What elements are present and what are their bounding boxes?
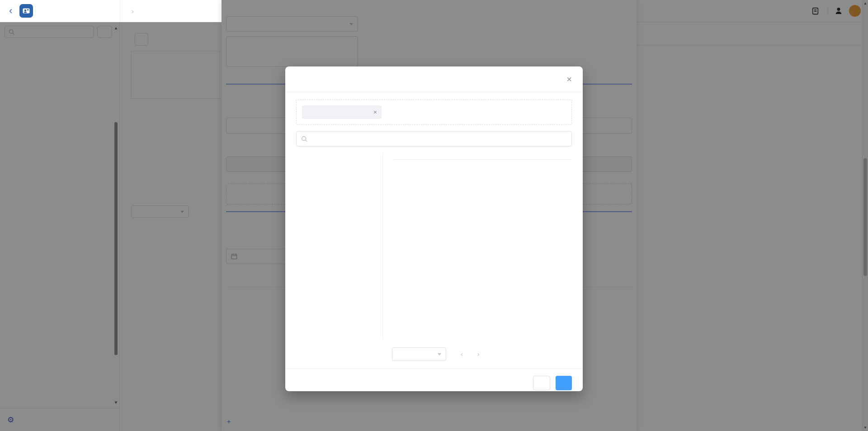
employee-pagination: ‹ › [392, 347, 572, 361]
employee-table-header [393, 153, 572, 160]
prev-page-icon[interactable]: ‹ [461, 350, 463, 358]
search-icon [301, 136, 307, 142]
employee-search-input[interactable] [311, 135, 567, 142]
crm-logo-icon [19, 4, 33, 18]
selected-employees-box: × [296, 99, 572, 125]
remove-tag-icon[interactable]: × [373, 109, 377, 116]
page-size-select[interactable] [392, 347, 446, 361]
selected-employee-tag[interactable]: × [302, 105, 382, 119]
header-divider [120, 0, 120, 22]
employee-table [393, 153, 572, 339]
breadcrumb-separator-icon: › [132, 7, 134, 15]
back-icon[interactable]: ‹ [7, 6, 14, 16]
modal-overlay [222, 0, 868, 22]
chevron-down-icon [438, 353, 441, 357]
cancel-button[interactable] [533, 376, 550, 390]
close-icon[interactable]: × [566, 75, 572, 84]
breadcrumb: › [128, 0, 137, 22]
employee-search-box[interactable] [296, 131, 572, 147]
select-employee-dialog: × × [285, 66, 583, 391]
department-tree [296, 153, 383, 339]
confirm-button[interactable] [556, 376, 572, 390]
next-page-icon[interactable]: › [477, 350, 480, 358]
